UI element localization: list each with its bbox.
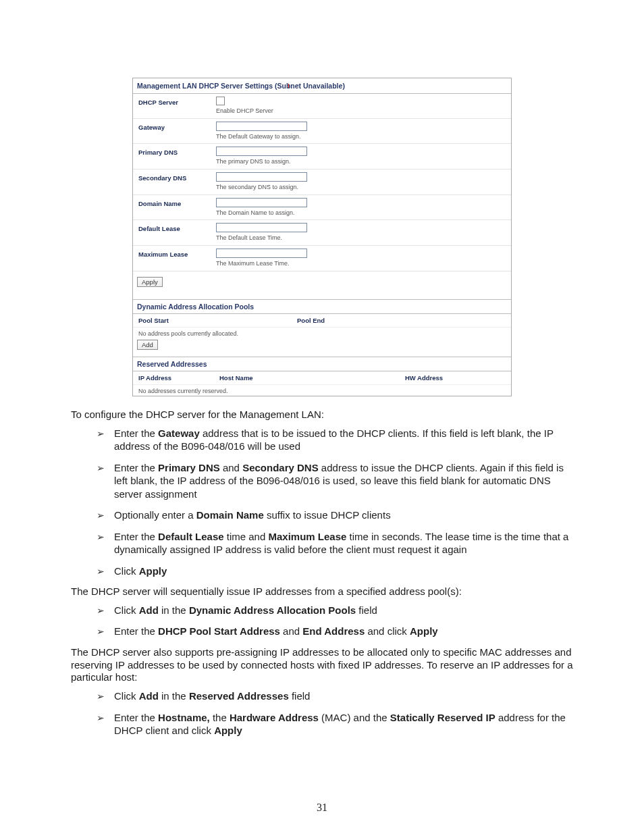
reserved-empty-text: No addresses currently reserved.	[133, 385, 511, 396]
reserved-col-headers: IP Address Host Name HW Address	[133, 371, 511, 385]
list-item: Optionally enter a Domain Name suffix to…	[97, 509, 573, 522]
list-item: Enter the Gateway address that is to be …	[97, 427, 573, 453]
row-dhcp-server: DHCP Server Enable DHCP Server	[133, 94, 511, 119]
desc-maximum-lease: The Maximum Lease Time.	[216, 260, 506, 268]
row-gateway: Gateway The Default Gateway to assign.	[133, 119, 511, 145]
pools-add-button[interactable]: Add	[137, 340, 158, 350]
page-number: 31	[0, 802, 644, 814]
row-maximum-lease: Maximum Lease The Maximum Lease Time.	[133, 246, 511, 271]
col-pool-start: Pool Start	[138, 317, 297, 324]
pools-title: Dynamic Address Allocation Pools	[133, 300, 511, 314]
cursor-caret-icon	[288, 84, 289, 88]
label-default-lease: Default Lease	[138, 223, 216, 232]
col-hw-address: HW Address	[405, 374, 443, 382]
label-gateway: Gateway	[138, 122, 216, 131]
reserved-title: Reserved Addresses	[133, 357, 511, 371]
col-host-name: Host Name	[219, 374, 405, 382]
row-primary-dns: Primary DNS The primary DNS to assign.	[133, 144, 511, 170]
row-default-lease: Default Lease The Default Lease Time.	[133, 220, 511, 246]
paragraph-reserve-intro: The DHCP server also supports pre-assign…	[71, 646, 573, 684]
gateway-input[interactable]	[216, 122, 307, 131]
col-ip-address: IP Address	[138, 374, 219, 382]
col-pool-end: Pool End	[297, 317, 325, 324]
list-item: Click Add in the Reserved Addresses fiel…	[97, 689, 573, 703]
document-page: Management LAN DHCP Server Settings (Sub…	[0, 0, 644, 834]
label-secondary-dns: Secondary DNS	[138, 172, 216, 182]
row-secondary-dns: Secondary DNS The secondary DNS to assig…	[133, 170, 511, 195]
desc-default-lease: The Default Lease Time.	[216, 234, 506, 242]
label-dhcp-server: DHCP Server	[138, 97, 216, 106]
label-domain-name: Domain Name	[138, 198, 216, 207]
list-item: Enter the Primary DNS and Secondary DNS …	[97, 461, 573, 501]
primary-dns-input[interactable]	[216, 147, 307, 156]
desc-gateway: The Default Gateway to assign.	[216, 133, 506, 141]
list-item: Enter the Hostname, the Hardware Address…	[97, 711, 573, 737]
maximum-lease-input[interactable]	[216, 249, 307, 258]
pools-empty-text: No address pools currently allocated.	[133, 328, 511, 340]
list-reserve-steps: Click Add in the Reserved Addresses fiel…	[71, 689, 573, 737]
domain-name-input[interactable]	[216, 198, 307, 207]
paragraph-pool-intro: The DHCP server will sequentially issue …	[71, 585, 573, 598]
panel-title: Management LAN DHCP Server Settings (Sub…	[133, 78, 511, 94]
list-item: Enter the Default Lease time and Maximum…	[97, 530, 573, 556]
enable-dhcp-checkbox[interactable]	[216, 97, 225, 105]
desc-dhcp-server: Enable DHCP Server	[216, 107, 506, 115]
apply-button[interactable]: Apply	[137, 277, 163, 287]
list-configure-steps: Enter the Gateway address that is to be …	[71, 427, 573, 578]
desc-secondary-dns: The secondary DNS to assign.	[216, 184, 506, 192]
dhcp-settings-screenshot: Management LAN DHCP Server Settings (Sub…	[132, 78, 512, 396]
pools-add-row: Add	[133, 340, 511, 357]
list-item: Enter the DHCP Pool Start Address and En…	[97, 625, 573, 638]
paragraph-configure-intro: To configure the DHCP server for the Man…	[71, 409, 573, 421]
row-domain-name: Domain Name The Domain Name to assign.	[133, 195, 511, 221]
desc-domain-name: The Domain Name to assign.	[216, 209, 506, 217]
label-primary-dns: Primary DNS	[138, 147, 216, 156]
pools-col-headers: Pool Start Pool End	[133, 314, 511, 328]
desc-primary-dns: The primary DNS to assign.	[216, 158, 506, 166]
list-item: Click Add in the Dynamic Address Allocat…	[97, 604, 573, 617]
list-pool-steps: Click Add in the Dynamic Address Allocat…	[71, 604, 573, 638]
list-item: Click Apply	[97, 565, 573, 578]
secondary-dns-input[interactable]	[216, 172, 307, 182]
panel-title-text: Management LAN DHCP Server Settings (Sub…	[137, 82, 345, 90]
default-lease-input[interactable]	[216, 223, 307, 232]
apply-row: Apply	[133, 271, 511, 300]
label-maximum-lease: Maximum Lease	[138, 249, 216, 258]
